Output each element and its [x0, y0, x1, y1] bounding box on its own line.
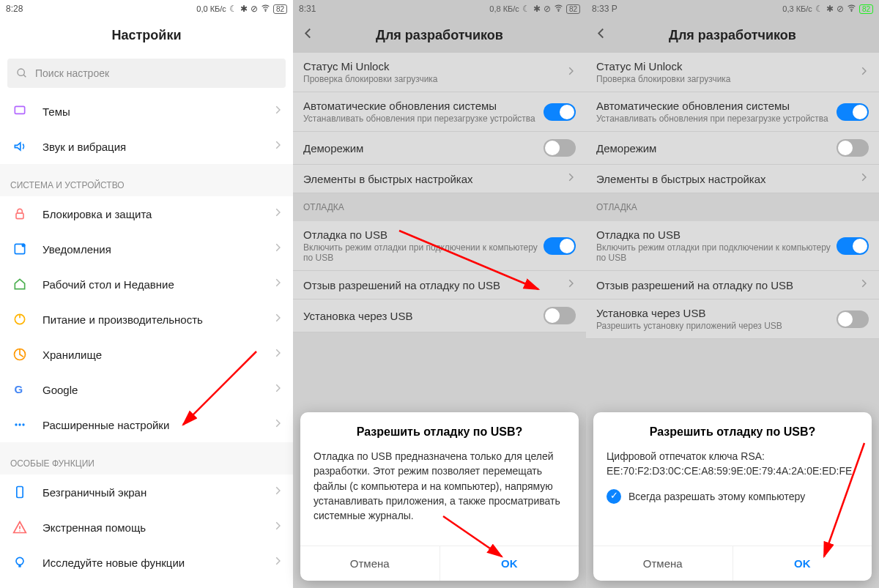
back-button[interactable] — [595, 27, 608, 44]
settings-item[interactable]: Звук и вибрация — [0, 129, 293, 164]
search-input[interactable]: Поиск настроек — [7, 59, 286, 88]
google-icon: G — [10, 382, 29, 397]
settings-row[interactable]: Установка через USB — [293, 299, 586, 332]
bluetooth-icon: ✱ — [533, 4, 541, 14]
fingerprint-label: Цифровой отпечаток ключа RSA: — [607, 449, 858, 464]
settings-row[interactable]: Автоматические обновления системыУстанав… — [293, 92, 586, 132]
item-label: Уведомления — [42, 243, 272, 256]
search-icon — [16, 67, 28, 79]
toggle-switch[interactable] — [544, 237, 576, 255]
svg-point-1 — [18, 69, 24, 75]
page-title: Настройки — [0, 18, 293, 53]
status-bar: 8:28 0,0 КБ/с ☾ ✱ ⊘ 82 — [0, 0, 293, 18]
fingerprint-value: EE:70:F2:D3:0C:CE:A8:59:9E:0E:79:4A:2A:0… — [607, 464, 858, 478]
battery-icon: 82 — [273, 4, 287, 14]
alarm-icon: ⊘ — [544, 4, 551, 14]
phone-dev-options-1: 8:31 0,8 КБ/с ☾ ✱ ⊘ 82 Для разработчиков… — [293, 0, 586, 588]
settings-row[interactable]: Отзыв разрешений на отладку по USB — [586, 271, 879, 299]
ok-button[interactable]: OK — [733, 546, 872, 581]
chevron-right-icon — [565, 278, 576, 291]
svg-rect-14 — [19, 526, 21, 529]
settings-item[interactable]: Уведомления — [0, 231, 293, 267]
wifi-icon — [847, 3, 856, 15]
svg-point-15 — [19, 530, 21, 532]
row-subtitle: Проверка блокировки загрузчика — [596, 74, 853, 84]
row-title: Статус Mi Unlock — [303, 60, 560, 72]
status-speed: 0,8 КБ/с — [489, 4, 519, 13]
chevron-right-icon — [272, 383, 283, 396]
storage-icon — [10, 347, 29, 362]
row-title: Элементы в быстрых настройках — [303, 173, 560, 185]
settings-row[interactable]: Деморежим — [586, 132, 879, 165]
toggle-switch[interactable] — [837, 237, 869, 255]
settings-row[interactable]: Отладка по USBВключить режим отладки при… — [293, 221, 586, 271]
home-icon — [10, 277, 29, 291]
always-allow-checkbox[interactable]: ✓ Всегда разрешать этому компьютеру — [607, 489, 858, 504]
chevron-right-icon — [272, 485, 283, 499]
settings-row[interactable]: Деморежим — [293, 132, 586, 165]
settings-item[interactable]: Рабочий стол и Недавние — [0, 267, 293, 302]
chevron-right-icon — [272, 242, 283, 256]
toggle-switch[interactable] — [544, 103, 576, 121]
toggle-switch[interactable] — [837, 103, 869, 121]
theme-icon — [10, 104, 29, 119]
alarm-icon: ⊘ — [837, 4, 844, 14]
status-time: 8:28 — [6, 4, 23, 14]
settings-item[interactable]: Безграничный экран — [0, 475, 293, 510]
item-label: Блокировка и защита — [42, 208, 272, 220]
row-title: Деморежим — [596, 142, 837, 155]
settings-row[interactable]: Статус Mi UnlockПроверка блокировки загр… — [586, 53, 879, 92]
lock-icon — [10, 206, 29, 221]
chevron-right-icon — [858, 172, 869, 185]
row-title: Отзыв разрешений на отладку по USB — [303, 279, 560, 291]
row-subtitle: Устанавливать обновления при перезагрузк… — [303, 113, 544, 124]
status-bar: 8:31 0,8 КБ/с ☾ ✱ ⊘ 82 — [293, 0, 586, 18]
chevron-right-icon — [565, 172, 576, 185]
cancel-button[interactable]: Отмена — [593, 546, 733, 581]
chevron-right-icon — [272, 278, 283, 291]
settings-row[interactable]: Статус Mi UnlockПроверка блокировки загр… — [293, 53, 586, 92]
svg-point-12 — [22, 423, 24, 425]
dialog-title: Разрешить отладку по USB? — [314, 425, 565, 439]
settings-row[interactable]: Автоматические обновления системыУстанав… — [586, 92, 879, 132]
toggle-switch[interactable] — [544, 307, 576, 324]
item-label: Питание и производительность — [42, 313, 272, 326]
section-special: ОСОБЫЕ ФУНКЦИИ — [0, 442, 293, 475]
section-debug: ОТЛАДКА — [586, 193, 879, 221]
status-speed: 0,0 КБ/с — [196, 4, 226, 13]
settings-item[interactable]: Хранилище — [0, 337, 293, 372]
settings-row[interactable]: Отзыв разрешений на отладку по USB — [293, 271, 586, 299]
chevron-right-icon — [858, 66, 869, 79]
settings-row[interactable]: Элементы в быстрых настройках — [293, 165, 586, 193]
settings-item[interactable]: Блокировка и защита — [0, 196, 293, 231]
settings-item[interactable]: Расширенные настройки — [0, 407, 293, 442]
settings-item[interactable]: Исследуйте новые функции — [0, 545, 293, 580]
row-title: Автоматические обновления системы — [596, 100, 837, 112]
settings-row[interactable]: Элементы в быстрых настройках — [586, 165, 879, 193]
ok-button[interactable]: OK — [440, 546, 579, 581]
item-label: Хранилище — [42, 349, 272, 361]
row-subtitle: Проверка блокировки загрузчика — [303, 74, 560, 84]
settings-item[interactable]: G Google — [0, 372, 293, 407]
settings-item[interactable]: Питание и производительность — [0, 302, 293, 337]
toggle-switch[interactable] — [544, 139, 576, 157]
settings-row[interactable]: Установка через USBРазрешить установку п… — [586, 299, 879, 339]
cancel-button[interactable]: Отмена — [300, 546, 440, 581]
battery-icon: 82 — [566, 4, 580, 14]
row-title: Установка через USB — [596, 307, 837, 319]
settings-item[interactable]: Экстренная помощь — [0, 510, 293, 545]
status-time: 8:31 — [299, 4, 316, 14]
chevron-right-icon — [272, 556, 283, 569]
always-allow-label: Всегда разрешать этому компьютеру — [628, 489, 805, 504]
toggle-switch[interactable] — [837, 310, 869, 328]
dialog-body: Отладка по USB предназначена только для … — [314, 449, 565, 537]
dialog-title: Разрешить отладку по USB? — [607, 425, 858, 439]
back-button[interactable] — [302, 27, 315, 44]
row-subtitle: Устанавливать обновления при перезагрузк… — [596, 113, 837, 124]
settings-row[interactable]: Отладка по USBВключить режим отладки при… — [586, 221, 879, 271]
screen-icon — [10, 485, 29, 499]
toggle-switch[interactable] — [837, 139, 869, 157]
tip-icon — [10, 555, 29, 570]
more-icon — [10, 417, 29, 432]
settings-item[interactable]: Темы — [0, 94, 293, 129]
